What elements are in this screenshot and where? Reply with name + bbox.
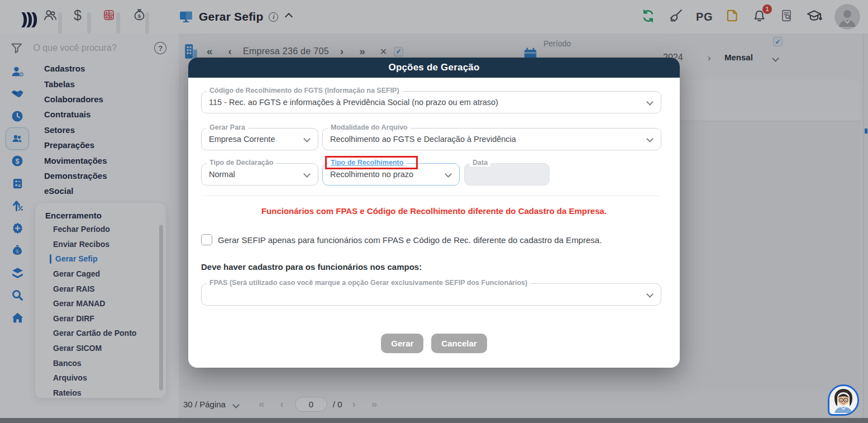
fgts-code-select[interactable]: Código de Recolhimento do FGTS (Informaç… [201, 91, 661, 113]
fgts-code-label: Código de Recolhimento do FGTS (Informaç… [207, 87, 402, 94]
modalidade-arquivo-select[interactable]: Modalidade do Arquivo Recolhimento ao FG… [322, 128, 661, 150]
modalidade-arquivo-value: Recolhimento ao FGTS e Declaração à Prev… [330, 135, 516, 144]
tipo-recolhimento-label: Tipo de Recolhimento [328, 159, 406, 167]
fpas-select[interactable]: FPAS (Será utilizado caso você marque a … [201, 283, 661, 306]
gerar-para-label: Gerar Para [207, 123, 248, 131]
sefip-only-checkbox[interactable] [201, 234, 212, 245]
mascot-face [829, 386, 857, 414]
chevron-down-icon [303, 170, 311, 178]
fpas-label: FPAS (Será utilizado caso você marque a … [207, 279, 530, 287]
tipo-declaracao-label: Tipo de Declaração [207, 159, 276, 167]
tipo-declaracao-value: Normal [209, 170, 235, 179]
gerar-para-select[interactable]: Gerar Para Empresa Corrente [201, 128, 318, 150]
fpas-warning-text: Funcionários com FPAS e Código de Recolh… [188, 206, 680, 216]
chevron-down-icon [445, 170, 452, 178]
assistant-mascot-button[interactable] [828, 384, 859, 416]
chevron-down-icon [646, 135, 654, 142]
gerar-para-value: Empresa Corrente [209, 135, 275, 144]
tipo-recolhimento-value: Recolhimento no prazo [330, 170, 413, 179]
cancel-button[interactable]: Cancelar [431, 334, 487, 353]
app-screen: $ $ Gerar Sefip i [0, 0, 868, 423]
chevron-down-icon [646, 291, 654, 298]
data-label: Data [470, 159, 490, 167]
dialog-title: Opções de Geração [188, 58, 680, 78]
cadastro-note: Deve haver cadastro para os funcionários… [201, 262, 422, 272]
generation-options-dialog: Opções de Geração Código de Recolhimento… [188, 58, 680, 368]
chevron-down-icon [646, 98, 654, 106]
chevron-down-icon [303, 135, 311, 142]
modal-divider [201, 196, 661, 196]
data-field-disabled: Data [464, 163, 550, 186]
sefip-only-checkbox-label: Gerar SEFIP apenas para funcionários com… [218, 235, 602, 245]
tipo-declaracao-select[interactable]: Tipo de Declaração Normal [201, 163, 318, 186]
modalidade-arquivo-label: Modalidade do Arquivo [328, 123, 411, 131]
fgts-code-value: 115 - Rec. ao FGTS e informações à Previ… [209, 98, 498, 107]
dialog-actions: Gerar Cancelar [188, 334, 680, 353]
generate-button[interactable]: Gerar [381, 334, 423, 353]
tipo-recolhimento-select[interactable]: Tipo de Recolhimento Recolhimento no pra… [322, 163, 460, 186]
